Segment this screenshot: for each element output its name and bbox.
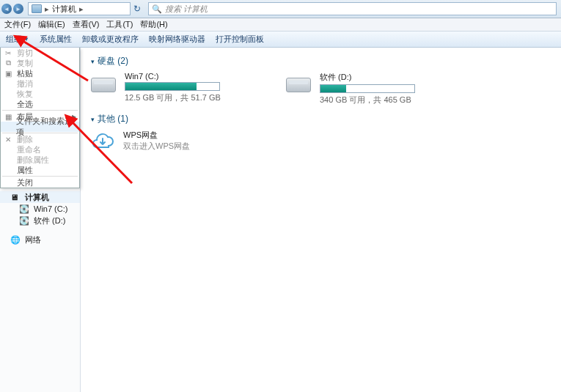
nav-item-network[interactable]: 🌐网络 [0, 234, 80, 245]
content-area: ▾ 硬盘 (2) Win7 (C:) 12.5 GB 可用，共 51.7 GB … [81, 48, 561, 392]
forward-button[interactable]: ► [13, 4, 23, 14]
paste-icon: ▣ [4, 70, 12, 78]
menu-item-redo[interactable]: 恢复 [1, 89, 79, 99]
refresh-button[interactable]: ↻ [131, 2, 144, 15]
layout-icon: ▦ [4, 113, 12, 121]
breadcrumb[interactable]: ▸ 计算机 ▸ [28, 2, 131, 15]
nav-item-drive-c[interactable]: 💽Win7 (C:) [0, 203, 80, 215]
drive-c[interactable]: Win7 (C:) 12.5 GB 可用，共 51.7 GB [91, 72, 260, 106]
menu-item-cut[interactable]: ✂剪切 [1, 48, 79, 58]
menu-file[interactable]: 文件(F) [1, 18, 34, 31]
network-icon: 🌐 [10, 235, 21, 245]
drive-stat: 12.5 GB 可用，共 51.7 GB [125, 92, 260, 103]
usage-bar [320, 84, 415, 93]
computer-icon [32, 4, 42, 13]
system-properties-button[interactable]: 系统属性 [40, 34, 72, 45]
chevron-down-icon: ▼ [23, 36, 29, 42]
drive-icon: 💽 [19, 204, 29, 214]
drive-d[interactable]: 软件 (D:) 340 GB 可用，共 465 GB [286, 72, 455, 106]
menu-tools[interactable]: 工具(T) [103, 18, 136, 31]
breadcrumb-label: 计算机 [52, 4, 76, 15]
wps-sub: 双击进入WPS网盘 [123, 141, 190, 152]
wps-name: WPS网盘 [123, 130, 190, 141]
menu-item-paste[interactable]: ▣粘贴 [1, 68, 79, 78]
usage-bar [125, 82, 220, 91]
nav-item-drive-d[interactable]: 💽软件 (D:) [0, 215, 80, 226]
menu-edit[interactable]: 编辑(E) [35, 18, 68, 31]
chevron-right-icon: ▸ [45, 4, 49, 14]
search-input[interactable]: 🔍 搜索 计算机 [148, 2, 557, 15]
hdd-icon [91, 72, 117, 92]
menu-item-undo[interactable]: 撤消 [1, 78, 79, 89]
drive-name: 软件 (D:) [320, 72, 455, 83]
menu-view[interactable]: 查看(V) [70, 18, 103, 31]
drive-stat: 340 GB 可用，共 465 GB [320, 95, 455, 106]
map-drive-button[interactable]: 映射网络驱动器 [149, 34, 205, 45]
drive-name: Win7 (C:) [125, 72, 260, 81]
search-icon: 🔍 [152, 4, 162, 14]
drive-icon: 💽 [19, 216, 29, 226]
menubar: 文件(F) 编辑(E) 查看(V) 工具(T) 帮助(H) [0, 18, 561, 32]
back-button[interactable]: ◄ [1, 4, 12, 14]
hdd-icon [286, 72, 312, 92]
open-control-panel-button[interactable]: 打开控制面板 [216, 34, 264, 45]
menu-item-folder-options[interactable]: 文件夹和搜索选项 [1, 122, 79, 132]
menu-item-properties[interactable]: 属性 [1, 165, 79, 175]
menu-item-close[interactable]: 关闭 [1, 177, 79, 188]
menu-item-select-all[interactable]: 全选 [1, 99, 79, 109]
menu-item-rename[interactable]: 重命名 [1, 144, 79, 155]
organize-button[interactable]: 组织 ▼ [6, 34, 29, 45]
menu-item-remove-props[interactable]: 删除属性 [1, 155, 79, 165]
section-header-hdd[interactable]: ▾ 硬盘 (2) [91, 55, 551, 67]
chevron-right-icon: ▸ [79, 4, 84, 14]
collapse-icon: ▾ [91, 58, 95, 65]
section-header-other[interactable]: ▾ 其他 (1) [91, 113, 551, 125]
sidebar: ✂剪切 ⧉复制 ▣粘贴 撤消 恢复 全选 ▦布局▶ 文件夹和搜索选项 ✕删除 重… [0, 48, 81, 392]
wps-drive[interactable]: WPS网盘 双击进入WPS网盘 [123, 130, 190, 153]
menu-help[interactable]: 帮助(H) [137, 18, 170, 31]
uninstall-button[interactable]: 卸载或更改程序 [82, 34, 139, 45]
nav-item-computer[interactable]: 🖥计算机 [0, 191, 80, 203]
toolbar: 组织 ▼ 系统属性 卸载或更改程序 映射网络驱动器 打开控制面板 [0, 32, 561, 48]
titlebar: ◄ ► ▸ 计算机 ▸ ↻ 🔍 搜索 计算机 [0, 0, 561, 18]
collapse-icon: ▾ [91, 116, 95, 123]
organize-menu: ✂剪切 ⧉复制 ▣粘贴 撤消 恢复 全选 ▦布局▶ 文件夹和搜索选项 ✕删除 重… [0, 48, 80, 188]
menu-item-copy[interactable]: ⧉复制 [1, 58, 79, 68]
scissors-icon: ✂ [4, 49, 12, 57]
organize-label: 组织 [6, 34, 22, 45]
search-placeholder: 搜索 计算机 [165, 4, 208, 15]
delete-icon: ✕ [4, 136, 12, 144]
cloud-icon [91, 130, 114, 153]
computer-icon: 🖥 [10, 193, 21, 201]
copy-icon: ⧉ [4, 59, 12, 67]
